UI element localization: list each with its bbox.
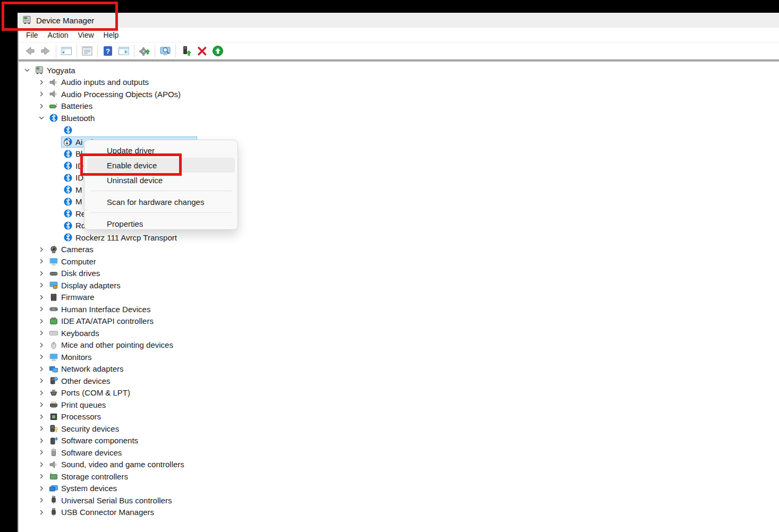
chevron-collapsed-icon[interactable] bbox=[37, 293, 46, 302]
chevron-collapsed-icon[interactable] bbox=[37, 329, 46, 337]
chevron-collapsed-icon[interactable] bbox=[37, 90, 46, 98]
chevron-collapsed-icon[interactable] bbox=[37, 400, 46, 409]
chevron-collapsed-icon[interactable] bbox=[37, 317, 46, 325]
chevron-collapsed-icon[interactable] bbox=[37, 269, 46, 278]
chevron-collapsed-icon[interactable] bbox=[37, 413, 46, 421]
chevron-collapsed-icon[interactable] bbox=[37, 257, 46, 265]
uninstall-device-button[interactable] bbox=[194, 44, 209, 58]
tree-item-sound-video-and-game-controllers[interactable]: Sound, video and game controllers bbox=[19, 459, 779, 471]
chevron-placeholder bbox=[52, 198, 60, 206]
console-tree-icon bbox=[60, 45, 73, 57]
context-menu-item-scan-for-hardware-changes[interactable]: Scan for hardware changes bbox=[84, 194, 238, 209]
context-menu-item-label: Uninstall device bbox=[107, 176, 163, 185]
tree-item-usb-connector-managers[interactable]: USB Connector Managers bbox=[19, 507, 779, 519]
tree-item-universal-serial-bus-controllers[interactable]: Universal Serial Bus controllers bbox=[19, 494, 779, 507]
tree-item-bluetooth-device-5[interactable] bbox=[19, 124, 779, 136]
scan-hardware-changes-button[interactable] bbox=[158, 44, 173, 58]
back-button[interactable] bbox=[22, 44, 37, 58]
help-icon: ? bbox=[101, 45, 114, 57]
chevron-collapsed-icon[interactable] bbox=[37, 472, 46, 480]
chevron-collapsed-icon[interactable] bbox=[37, 245, 46, 254]
tree-item-audio-processing-objects-apos[interactable]: Audio Processing Objects (APOs) bbox=[19, 88, 779, 100]
red-x-icon bbox=[196, 45, 208, 57]
tree-item-processors[interactable]: Processors bbox=[19, 411, 779, 423]
chevron-collapsed-icon[interactable] bbox=[37, 341, 46, 349]
tree-item-print-queues[interactable]: Print queues bbox=[19, 399, 779, 411]
chevron-collapsed-icon[interactable] bbox=[37, 102, 46, 110]
properties-button[interactable] bbox=[80, 44, 95, 58]
battery-icon bbox=[49, 101, 58, 111]
tree-item-audio-inputs-and-outputs[interactable]: Audio inputs and outputs bbox=[19, 76, 779, 89]
tree-item-other-devices[interactable]: ?Other devices bbox=[19, 375, 779, 387]
chevron-collapsed-icon[interactable] bbox=[37, 508, 46, 517]
monitor-icon bbox=[49, 256, 58, 266]
chevron-collapsed-icon[interactable] bbox=[37, 496, 46, 504]
tree-item-label: Sound, video and game controllers bbox=[61, 460, 184, 469]
chevron-expanded-icon[interactable] bbox=[37, 114, 46, 122]
chevron-collapsed-icon[interactable] bbox=[37, 365, 46, 373]
chevron-collapsed-icon[interactable] bbox=[37, 389, 46, 397]
bluetooth-icon bbox=[63, 161, 73, 170]
tree-item-display-adapters[interactable]: Display adapters bbox=[19, 279, 779, 291]
driver-action-button[interactable] bbox=[179, 44, 193, 58]
context-menu-separator bbox=[90, 212, 232, 213]
tree-item-label: Cameras bbox=[61, 245, 94, 254]
update-driver-button[interactable] bbox=[137, 44, 152, 58]
chevron-collapsed-icon[interactable] bbox=[37, 424, 46, 433]
toolbar-separator bbox=[134, 45, 134, 57]
tree-item-monitors[interactable]: Monitors bbox=[19, 351, 779, 363]
chevron-collapsed-icon[interactable] bbox=[37, 436, 46, 445]
tree-item-mice-and-other-pointing-devices[interactable]: Mice and other pointing devices bbox=[19, 339, 779, 351]
tree-item-label: Monitors bbox=[61, 353, 92, 362]
enable-device-button[interactable] bbox=[210, 44, 225, 58]
tree-item-bluetooth[interactable]: Bluetooth bbox=[19, 112, 779, 124]
tree-item-human-interface-devices[interactable]: Human Interface Devices bbox=[19, 303, 779, 315]
tree-item-system-devices[interactable]: System devices bbox=[19, 483, 779, 495]
bluetooth-icon bbox=[63, 209, 73, 218]
chevron-expanded-icon[interactable] bbox=[23, 66, 31, 74]
tree-item-label: Print queues bbox=[61, 400, 106, 409]
tree-item-storage-controllers[interactable]: Storage controllers bbox=[19, 470, 779, 483]
menu-bar: FileActionViewHelp bbox=[19, 28, 779, 42]
chevron-collapsed-icon[interactable] bbox=[37, 353, 46, 361]
system-device-icon bbox=[49, 484, 58, 493]
tree-item-label: Audio inputs and outputs bbox=[61, 78, 149, 87]
tree-item-label: Firmware bbox=[61, 293, 95, 302]
tree-item-security-devices[interactable]: Security devices bbox=[19, 423, 779, 435]
tree-item-computer[interactable]: Computer bbox=[19, 255, 779, 268]
chevron-collapsed-icon[interactable] bbox=[37, 376, 46, 385]
chevron-placeholder bbox=[52, 221, 60, 230]
software-device-icon bbox=[49, 448, 58, 457]
chevron-collapsed-icon[interactable] bbox=[37, 305, 46, 313]
context-menu-item-label: Scan for hardware changes bbox=[107, 198, 204, 207]
tree-item-software-devices[interactable]: Software devices bbox=[19, 447, 779, 459]
tree-item-ide-ata-atapi-controllers[interactable]: IDE ATA/ATAPI controllers bbox=[19, 315, 779, 328]
tree-item-label: Rockerz 111 Avrcp Transport bbox=[75, 233, 177, 242]
chevron-placeholder bbox=[52, 150, 60, 158]
chevron-collapsed-icon[interactable] bbox=[37, 448, 46, 457]
tree-item-yogyata[interactable]: Yogyata bbox=[19, 64, 779, 76]
tree-item-label: Audio Processing Objects (APOs) bbox=[61, 90, 181, 99]
show-console-tree-button[interactable] bbox=[59, 44, 74, 58]
tree-item-cameras[interactable]: Cameras bbox=[19, 244, 779, 256]
tree-item-label: Security devices bbox=[61, 424, 119, 433]
device-tree: YogyataAudio inputs and outputsAudio Pro… bbox=[19, 62, 779, 532]
chevron-collapsed-icon[interactable] bbox=[37, 484, 46, 493]
tree-item-disk-drives[interactable]: Disk drives bbox=[19, 268, 779, 280]
help-button[interactable]: ? bbox=[100, 44, 115, 58]
tree-item-firmware[interactable]: Firmware bbox=[19, 291, 779, 304]
context-menu-item-properties[interactable]: Properties bbox=[84, 216, 238, 231]
tree-item-batteries[interactable]: Batteries bbox=[19, 100, 779, 113]
tree-item-software-components[interactable]: Software components bbox=[19, 435, 779, 447]
tree-item-network-adapters[interactable]: Network adapters bbox=[19, 363, 779, 375]
show-action-pane-button[interactable] bbox=[116, 44, 131, 58]
storage-controller-icon bbox=[49, 471, 58, 481]
chevron-collapsed-icon[interactable] bbox=[37, 281, 46, 289]
chevron-collapsed-icon[interactable] bbox=[37, 460, 46, 469]
tree-item-ports-com-lpt[interactable]: Ports (COM & LPT) bbox=[19, 387, 779, 399]
chevron-collapsed-icon[interactable] bbox=[37, 78, 46, 87]
tree-item-keyboards[interactable]: Keyboards bbox=[19, 327, 779, 339]
forward-button[interactable] bbox=[38, 44, 53, 58]
tree-item-label: Batteries bbox=[61, 101, 92, 110]
tree-item-rockerz-111-avrcp-transport[interactable]: Rockerz 111 Avrcp Transport bbox=[19, 231, 779, 244]
